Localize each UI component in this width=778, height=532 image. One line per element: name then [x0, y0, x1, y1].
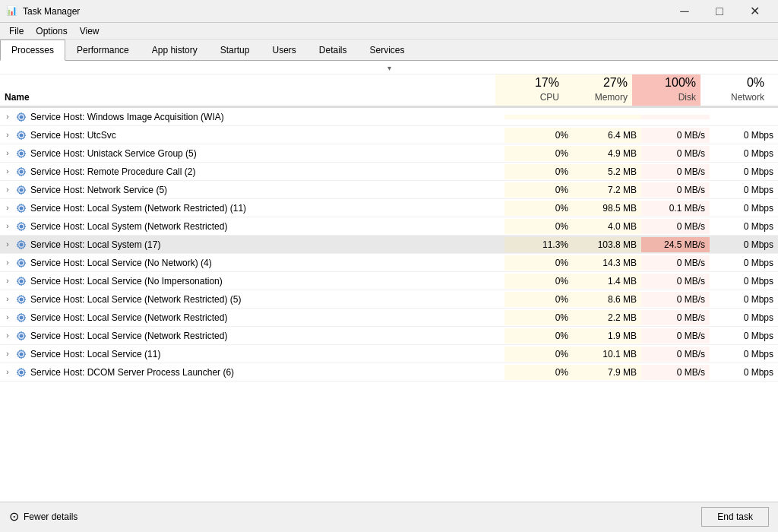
svg-point-8 — [20, 261, 24, 264]
menu-view[interactable]: View — [74, 24, 106, 38]
expand-arrow-icon[interactable]: › — [3, 204, 12, 212]
svg-point-11 — [20, 315, 24, 319]
menu-file[interactable]: File — [3, 24, 30, 38]
expand-arrow-icon[interactable]: › — [3, 258, 12, 267]
disk-cell: 0 MB/s — [641, 310, 710, 325]
end-task-button[interactable]: End task — [701, 507, 769, 527]
tab-performance[interactable]: Performance — [65, 40, 141, 61]
table-row[interactable]: › Service Host: Windows Image Acquisitio… — [0, 108, 778, 126]
table-row[interactable]: › Service Host: Unistack Service Group (… — [0, 144, 778, 163]
tab-startup[interactable]: Startup — [209, 40, 261, 61]
fewer-details-button[interactable]: ⊙ Fewer details — [9, 509, 77, 524]
table-row[interactable]: › Service Host: Remote Procedure Call (2… — [0, 163, 778, 181]
tab-services[interactable]: Services — [359, 40, 416, 61]
gear-icon — [16, 112, 27, 122]
col-header-cpu[interactable]: CPU — [495, 90, 564, 106]
table-row[interactable]: › Service Host: DCOM Server Process Laun… — [0, 363, 778, 382]
process-icon — [15, 111, 27, 123]
menu-options[interactable]: Options — [30, 24, 73, 38]
cpu-cell: 0% — [504, 274, 573, 289]
network-cell: 0 Mbps — [710, 255, 778, 271]
disk-cell: 0 MB/s — [641, 328, 710, 344]
table-row[interactable]: › Service Host: Local System (Network Re… — [0, 199, 778, 217]
cpu-cell: 0% — [504, 146, 573, 161]
network-cell: 0 Mbps — [710, 274, 778, 289]
expand-arrow-icon[interactable]: › — [3, 350, 12, 358]
sort-indicator: ▾ — [0, 61, 778, 74]
app-icon: 📊 — [6, 5, 18, 17]
gear-icon — [16, 130, 27, 141]
col-header-memory[interactable]: Memory — [564, 90, 632, 106]
col-header-name[interactable]: Name — [0, 90, 495, 106]
memory-cell: 4.0 MB — [573, 219, 641, 234]
cpu-cell: 0% — [504, 164, 573, 179]
process-name: Service Host: DCOM Server Process Launch… — [30, 367, 234, 378]
process-name-cell: › Service Host: Remote Procedure Call (2… — [0, 163, 504, 180]
table-row[interactable]: › Service Host: Local System (17) 11.3% … — [0, 236, 778, 254]
memory-cell — [573, 115, 641, 119]
process-name: Service Host: Local Service (No Imperson… — [30, 276, 223, 287]
process-name-cell: › Service Host: Local Service (No Impers… — [0, 273, 504, 290]
process-name: Service Host: Remote Procedure Call (2) — [30, 166, 195, 177]
window-title: Task Manager — [23, 6, 667, 17]
table-row[interactable]: › Service Host: Local Service (11) 0% 10… — [0, 345, 778, 363]
process-icon — [15, 312, 27, 324]
network-cell: 0 Mbps — [710, 347, 778, 362]
memory-cell: 2.2 MB — [573, 310, 641, 325]
col-header-disk[interactable]: Disk — [632, 90, 701, 106]
tab-details[interactable]: Details — [308, 40, 359, 61]
col-header-network[interactable]: Network — [701, 90, 769, 106]
disk-pct: 100% — [632, 74, 701, 90]
table-row[interactable]: › Service Host: Network Service (5) 0% 7… — [0, 181, 778, 199]
expand-arrow-icon[interactable]: › — [3, 185, 12, 194]
table-row[interactable]: › Service Host: UtcSvc 0% 6.4 MB 0 MB/s … — [0, 126, 778, 144]
chevron-down-icon: ▾ — [387, 64, 391, 72]
expand-arrow-icon[interactable]: › — [3, 222, 12, 230]
expand-arrow-icon[interactable]: › — [3, 313, 12, 321]
close-button[interactable]: ✕ — [737, 0, 772, 23]
tab-bar: Processes Performance App history Startu… — [0, 40, 778, 61]
table-row[interactable]: › Service Host: Local Service (Network R… — [0, 327, 778, 345]
process-name-cell: › Service Host: Local Service (11) — [0, 346, 504, 363]
expand-arrow-icon[interactable]: › — [3, 368, 12, 376]
memory-cell: 1.9 MB — [573, 328, 641, 344]
process-name: Service Host: Local System (17) — [30, 239, 160, 250]
svg-point-5 — [20, 206, 24, 210]
cpu-cell: 0% — [504, 347, 573, 362]
table-row[interactable]: › Service Host: Local System (Network Re… — [0, 217, 778, 236]
expand-arrow-icon[interactable]: › — [3, 277, 12, 285]
process-name: Service Host: Local Service (Network Res… — [30, 331, 227, 341]
expand-arrow-icon[interactable]: › — [3, 167, 12, 176]
svg-point-2 — [20, 151, 24, 155]
svg-point-3 — [20, 169, 24, 173]
expand-arrow-icon[interactable]: › — [3, 131, 12, 139]
gear-icon — [16, 294, 27, 305]
expand-arrow-icon[interactable]: › — [3, 112, 12, 121]
gear-icon — [16, 349, 27, 359]
table-row[interactable]: › Service Host: Local Service (Network R… — [0, 290, 778, 309]
table-row[interactable]: › Service Host: Local Service (No Networ… — [0, 254, 778, 272]
expand-arrow-icon[interactable]: › — [3, 240, 12, 249]
disk-cell: 0 MB/s — [641, 164, 710, 179]
expand-arrow-icon[interactable]: › — [3, 331, 12, 340]
memory-cell: 1.4 MB — [573, 274, 641, 289]
tab-app-history[interactable]: App history — [141, 40, 209, 61]
expand-arrow-icon[interactable]: › — [3, 149, 12, 157]
tab-users[interactable]: Users — [261, 40, 307, 61]
network-cell: 0 Mbps — [710, 219, 778, 234]
process-name-cell: › Service Host: DCOM Server Process Laun… — [0, 364, 504, 381]
process-icon — [15, 348, 27, 360]
process-icon — [15, 239, 27, 251]
process-name-cell: › Service Host: Local Service (Network R… — [0, 328, 504, 344]
minimize-button[interactable]: ─ — [667, 0, 702, 23]
bottom-bar: ⊙ Fewer details End task — [0, 502, 778, 530]
svg-point-0 — [20, 115, 24, 119]
table-row[interactable]: › Service Host: Local Service (Network R… — [0, 309, 778, 327]
cpu-cell: 0% — [504, 292, 573, 307]
tab-processes[interactable]: Processes — [0, 40, 65, 61]
table-row[interactable]: › Service Host: Local Service (No Impers… — [0, 272, 778, 290]
process-name-cell: › Service Host: Windows Image Acquisitio… — [0, 109, 504, 125]
expand-arrow-icon[interactable]: › — [3, 295, 12, 303]
maximize-button[interactable]: □ — [702, 0, 737, 23]
network-cell: 0 Mbps — [710, 310, 778, 325]
